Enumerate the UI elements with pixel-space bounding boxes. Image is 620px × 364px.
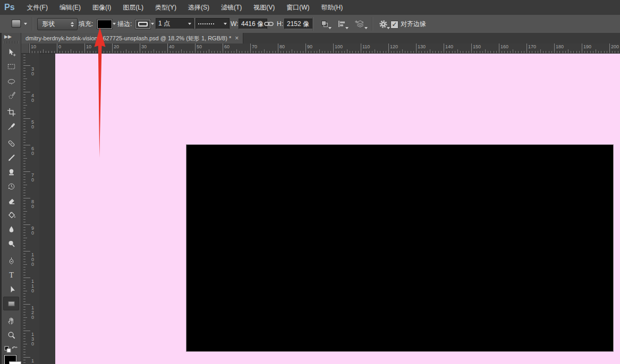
menu-item-滤镜[interactable]: 滤镜(T): [215, 1, 248, 15]
tool-eyedropper[interactable]: [3, 119, 19, 133]
ruler-tick: [192, 51, 193, 53]
tool-mode-select[interactable]: 形状: [37, 18, 78, 30]
tool-rectangular-marquee[interactable]: [3, 59, 19, 73]
ruler-tick: [507, 51, 508, 53]
ruler-tick: [242, 51, 242, 53]
ruler-tick: [154, 49, 154, 53]
tool-lasso[interactable]: [3, 74, 19, 88]
path-operations-icon: [320, 20, 329, 28]
menu-item-选择[interactable]: 选择(S): [182, 1, 215, 15]
tool-zoom[interactable]: [3, 328, 19, 342]
ruler-tick: [123, 51, 124, 53]
ruler-tick: [23, 121, 26, 122]
default-swap-colors[interactable]: [2, 343, 21, 353]
menu-item-视图[interactable]: 视图(V): [248, 1, 281, 15]
ruler-tick: [23, 102, 26, 103]
document-tab[interactable]: dmitry-berdnyk-brdnk-vision-1627725-unsp…: [21, 33, 243, 44]
path-operations-button[interactable]: [318, 18, 332, 30]
ruler-tick: [504, 51, 505, 53]
tool-blur[interactable]: [3, 222, 19, 236]
ruler-tick: [23, 198, 30, 198]
ruler-tick: [23, 325, 26, 326]
ruler-tick: [23, 219, 26, 220]
path-arrangement-button[interactable]: [352, 18, 368, 30]
path-alignment-icon: [337, 20, 346, 28]
menu-item-图像[interactable]: 图像(I): [87, 1, 117, 15]
tool-paint-bucket[interactable]: [3, 208, 19, 222]
align-edges-checkbox[interactable]: ✓: [390, 21, 398, 29]
menu-item-文件[interactable]: 文件(F): [21, 1, 54, 15]
ruler-tick: [23, 71, 26, 71]
tool-dodge[interactable]: [3, 237, 19, 250]
rectangle-shape[interactable]: [186, 144, 614, 352]
ruler-tick: [234, 51, 234, 53]
ruler-tick: [23, 211, 27, 212]
tool-spot-healing-brush[interactable]: [3, 136, 19, 150]
ruler-tick: [23, 296, 26, 297]
shape-height-input[interactable]: 2152 像: [284, 19, 313, 29]
tool-eraser[interactable]: [3, 194, 19, 207]
ruler-tick: [607, 51, 607, 53]
menu-item-图层[interactable]: 图层(L): [117, 1, 149, 15]
tool-path-selection[interactable]: [3, 282, 19, 296]
ruler-tick: [48, 51, 49, 53]
tool-clone-stamp[interactable]: [3, 165, 19, 179]
ruler-tick: [319, 49, 320, 53]
ruler-tick: [413, 51, 414, 53]
stroke-color-swatch[interactable]: [135, 20, 150, 29]
document-canvas[interactable]: [55, 53, 620, 364]
shape-width-input[interactable]: 4416 像: [239, 19, 267, 29]
tool-rectangle[interactable]: [3, 297, 19, 310]
ruler-tick: [98, 49, 99, 53]
tool-type[interactable]: T: [3, 268, 19, 282]
tool-preset-button[interactable]: [11, 18, 27, 30]
ruler-tick: [23, 301, 26, 302]
ruler-tick: [361, 44, 361, 53]
separator: [312, 17, 313, 31]
stroke-dropdown-icon[interactable]: [151, 23, 154, 25]
ruler-label: 0: [58, 44, 61, 49]
fill-dropdown-icon[interactable]: [113, 23, 116, 25]
menu-bar: Ps 文件(F)编辑(E)图像(I)图层(L)类型(Y)选择(S)滤镜(T)视图…: [0, 0, 620, 15]
ruler-tick: [407, 51, 408, 53]
menu-item-编辑[interactable]: 编辑(E): [54, 1, 87, 15]
stroke-width-value: 1 点: [158, 19, 170, 28]
ruler-tick: [275, 51, 276, 53]
tool-history-brush[interactable]: [3, 179, 19, 193]
ruler-tick: [23, 129, 26, 129]
fill-color-swatch[interactable]: [97, 20, 112, 29]
ruler-tick: [170, 51, 171, 53]
ruler-tick: [223, 44, 223, 53]
ruler-tick: [176, 51, 176, 53]
tool-move[interactable]: [3, 45, 19, 59]
close-tab-icon[interactable]: ×: [235, 35, 239, 41]
ruler-tick: [366, 51, 367, 53]
ruler-tick: [65, 51, 66, 53]
tools-panel: ▶▶ T: [0, 33, 21, 364]
menu-item-窗口[interactable]: 窗口(W): [281, 1, 315, 15]
stroke-width-select[interactable]: 1 点: [156, 18, 194, 29]
check-icon: ✓: [392, 21, 397, 28]
tool-crop[interactable]: [3, 105, 19, 119]
tool-brush[interactable]: [3, 151, 19, 164]
ruler-tick: [538, 51, 538, 53]
panel-grip[interactable]: [4, 41, 19, 44]
separator: [372, 17, 373, 31]
menu-item-帮助[interactable]: 帮助(H): [316, 1, 349, 15]
link-dimensions-icon[interactable]: [264, 21, 274, 29]
geometry-options-button[interactable]: [376, 18, 390, 30]
ruler-label: 20: [114, 44, 119, 49]
tool-hand[interactable]: [3, 314, 19, 327]
menu-item-类型[interactable]: 类型(Y): [149, 1, 182, 15]
ruler-tick: [23, 65, 30, 66]
ruler-tick: [239, 51, 240, 53]
background-color-swatch[interactable]: [9, 361, 21, 364]
ruler-tick: [23, 246, 26, 246]
tool-pen[interactable]: [3, 254, 19, 267]
path-alignment-button[interactable]: [335, 18, 349, 30]
ruler-tick: [444, 44, 444, 53]
stroke-type-select[interactable]: [196, 18, 230, 29]
tool-quick-selection[interactable]: [3, 88, 19, 102]
ruler-tick: [482, 51, 483, 53]
collapse-panel-button[interactable]: ▶▶: [2, 33, 21, 40]
